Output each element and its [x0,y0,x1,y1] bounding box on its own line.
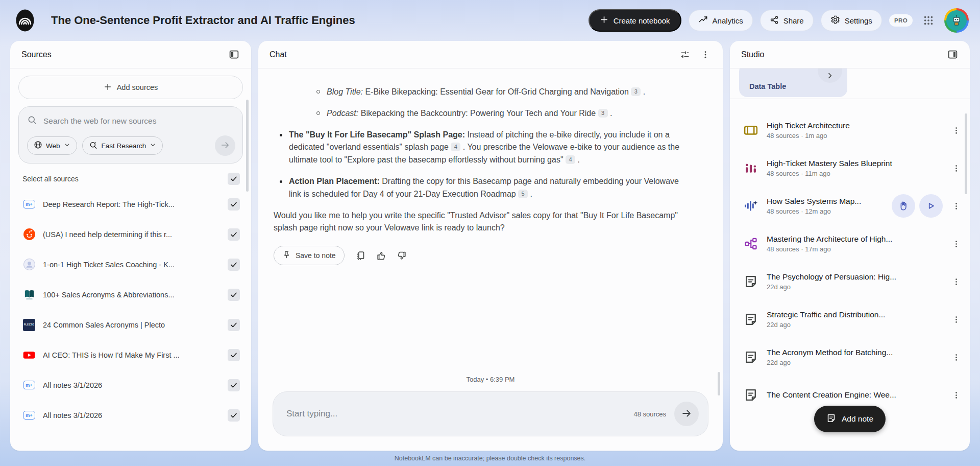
robot-avatar-icon [946,10,967,31]
sources-scrollbar[interactable] [246,100,249,192]
bar-report-icon [743,160,758,176]
message-segment: E-Bike Bikepacking: Essential Gear for O… [363,87,631,96]
select-all-checkbox[interactable] [228,173,240,185]
settings-button[interactable]: Settings [821,10,882,31]
message-segment: The "Buy It For Life Basecamp" Splash Pa… [289,130,465,139]
sources-panel: Sources Add sources [10,41,251,451]
studio-list-item[interactable]: How Sales Systems Map... 48 sources · 12… [730,187,970,225]
source-label: Deep Research Report: The High-Tick... [43,200,220,208]
apps-grid-icon[interactable] [920,12,937,29]
studio-panel: Studio Data Table High Ticket Architectu… [730,41,970,451]
analytics-button[interactable]: Analytics [689,10,753,31]
kebab-menu-icon[interactable] [952,315,961,324]
citation-chip[interactable]: 3 [598,109,608,118]
studio-item-title: The Content Creation Engine: Wee... [767,390,944,400]
studio-list-item[interactable]: The Psychology of Persuasion: Hig... 22d… [730,263,970,300]
source-list-item[interactable]: PLECTO 24 Common Sales Acronyms | Plecto [18,310,243,340]
kebab-menu-icon[interactable] [952,277,961,286]
studio-list-item[interactable]: Strategic Traffic and Distribution... 22… [730,300,970,338]
message-segment: . [528,190,532,198]
search-submit-button[interactable] [215,135,235,156]
studio-item-meta: 22d ago [767,359,944,366]
studio-list-item[interactable]: High-Ticket Mastery Sales Blueprint 48 s… [730,149,970,187]
studio-item-meta: 48 sources · 17m ago [767,245,944,253]
studio-list-item[interactable]: High Ticket Architecture 48 sources · 1m… [730,111,970,149]
chat-message: Would you like me to help you write the … [274,209,682,235]
notebooklm-logo-icon[interactable] [13,8,37,33]
citation-chip[interactable]: 4 [451,143,460,151]
interactive-mode-button[interactable] [892,194,915,218]
kebab-menu-icon[interactable] [697,46,714,63]
thumb-down-icon[interactable] [397,250,407,261]
source-checkbox[interactable] [228,228,240,241]
studio-list: High Ticket Architecture 48 sources · 1m… [730,99,970,451]
kebab-menu-icon[interactable] [952,391,961,400]
create-notebook-button[interactable]: Create notebook [589,9,681,32]
citation-chip[interactable]: 4 [566,155,575,164]
source-checkbox[interactable] [228,379,240,391]
notebook-title[interactable]: The One-Sentence Profit Extractor and AI… [51,14,581,27]
studio-item-meta: 22d ago [767,283,944,291]
save-to-note-button[interactable]: Save to note [274,246,345,265]
source-list-item[interactable]: 1-on-1 High Ticket Sales Coaching - K... [18,249,243,279]
kebab-menu-icon[interactable] [952,353,961,362]
chat-message: Action Plan Placement: Drafting the copy… [274,175,682,201]
source-checkbox[interactable] [228,198,240,211]
studio-panel-header: Studio [730,41,970,68]
source-list-item[interactable]: (USA) I need help determining if this r.… [18,219,243,249]
source-list-item[interactable]: 100+ Sales Acronyms & Abbreviations... [18,279,243,310]
source-list-item[interactable]: m+ Deep Research Report: The High-Tick..… [18,189,243,219]
search-input[interactable] [43,116,235,126]
play-audio-button[interactable] [919,194,943,218]
studio-item-title: Mastering the Architecture of High... [767,235,944,244]
search-icon [27,115,37,127]
copy-icon[interactable] [355,250,365,261]
citation-chip[interactable]: 5 [518,190,528,198]
thumb-up-icon[interactable] [376,250,386,261]
chat-message-area: Blog Title: E-Bike Bikepacking: Essentia… [258,68,723,369]
message-segment: Podcast: [327,109,358,118]
source-checkbox[interactable] [228,349,240,361]
source-label: AI CEO: THIS is How I'd Make My First ..… [43,351,220,359]
tune-icon[interactable] [677,46,693,63]
add-note-button[interactable]: Add note [814,406,886,432]
collapse-panel-right-icon[interactable] [944,46,961,63]
send-button[interactable] [674,402,699,426]
web-source-dropdown[interactable]: Web [27,136,77,155]
source-list-item[interactable]: m+ All notes 3/1/2026 [18,400,243,430]
plus-icon [104,83,112,92]
source-checkbox[interactable] [228,319,240,331]
trending-up-icon [698,15,708,26]
sources-panel-header: Sources [10,41,251,68]
select-all-label: Select all sources [22,175,79,183]
collapse-panel-left-icon[interactable] [226,46,242,63]
plecto-favicon-icon: PLECTO [22,318,36,332]
source-list-item[interactable]: AI CEO: THIS is How I'd Make My First ..… [18,340,243,370]
source-list-item[interactable]: m+ All notes 3/1/2026 [18,370,243,400]
kebab-menu-icon[interactable] [952,164,961,173]
studio-list-item[interactable]: The Acronym Method for Batching... 22d a… [730,338,970,376]
chat-scrollbar[interactable] [718,372,720,395]
share-button[interactable]: Share [760,10,814,31]
chat-input[interactable] [286,409,625,419]
research-mode-dropdown[interactable]: Fast Research [82,136,163,155]
source-list: m+ Deep Research Report: The High-Tick..… [18,189,243,451]
kebab-menu-icon[interactable] [952,202,961,211]
kebab-menu-icon[interactable] [952,126,961,135]
chevron-down-icon [64,142,70,150]
studio-list-item[interactable]: Mastering the Architecture of High... 48… [730,225,970,263]
source-checkbox[interactable] [228,409,240,422]
youtube-icon [22,348,36,362]
web-favicon-icon [22,258,36,271]
note-source-icon: m+ [22,409,36,422]
data-table-chip-label: Data Table [749,82,786,90]
note-doc-icon [743,350,758,365]
source-checkbox[interactable] [228,259,240,271]
citation-chip[interactable]: 3 [631,87,641,96]
studio-scrollbar[interactable] [965,113,967,194]
source-checkbox[interactable] [228,289,240,301]
note-add-icon [826,413,836,425]
kebab-menu-icon[interactable] [952,240,961,248]
add-sources-button[interactable]: Add sources [18,76,243,99]
user-avatar[interactable] [944,8,969,33]
